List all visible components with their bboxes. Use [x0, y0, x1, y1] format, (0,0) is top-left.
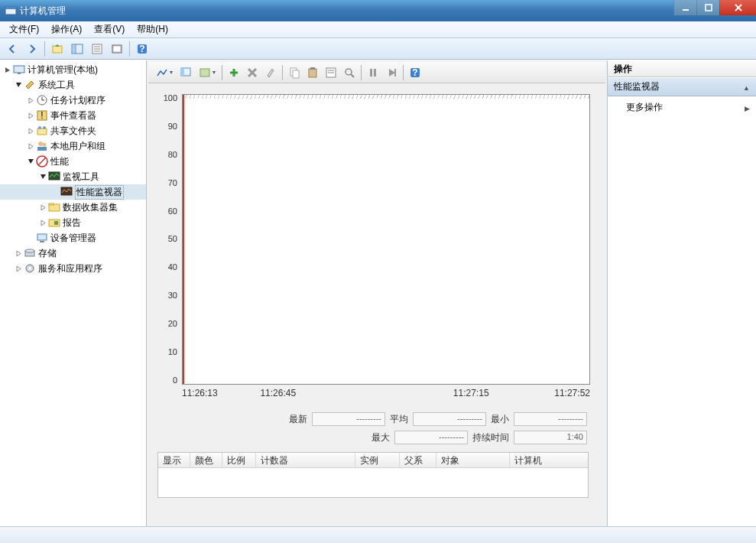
export-button[interactable] — [108, 41, 126, 57]
expand-icon[interactable] — [38, 203, 47, 212]
tree-reports[interactable]: 报告 — [0, 215, 146, 230]
tree-pane[interactable]: 计算机管理(本地) 系统工具 任务计划程序 ! 事件查看器 共享文件夹 — [0, 60, 147, 526]
leaf-icon — [26, 233, 35, 242]
tree-shared[interactable]: 共享文件夹 — [0, 123, 146, 138]
highlight-button[interactable] — [262, 64, 279, 81]
maximize-button[interactable] — [696, 0, 719, 15]
help-button[interactable]: ? — [133, 41, 151, 57]
chart-area: 100 90 80 70 60 50 40 30 20 10 0 — [148, 86, 605, 525]
svg-rect-54 — [309, 69, 316, 77]
add-counter-button[interactable] — [226, 64, 242, 81]
col-computer[interactable]: 计算机 — [510, 453, 588, 467]
tree-systools[interactable]: 系统工具 — [0, 77, 146, 93]
toolbar-separator — [403, 65, 404, 80]
center-pane: ? 100 90 80 70 60 50 40 30 20 10 0 — [147, 60, 607, 526]
tree-localusers[interactable]: 本地用户和组 — [0, 138, 146, 154]
col-color[interactable]: 颜色 — [190, 453, 222, 467]
services-icon — [24, 262, 36, 275]
max-field: --------- — [394, 431, 468, 444]
chevron-right-icon — [745, 102, 750, 113]
expand-icon[interactable] — [14, 264, 23, 273]
chart-top-hatch — [183, 94, 589, 99]
close-button[interactable] — [719, 0, 756, 15]
menu-action[interactable]: 操作(A) — [45, 21, 88, 37]
graph-type-button[interactable] — [196, 64, 219, 81]
up-button[interactable] — [48, 41, 67, 57]
counter-list[interactable]: 显示 颜色 比例 计数器 实例 父系 对象 计算机 — [157, 452, 589, 498]
expand-icon[interactable] — [38, 218, 47, 227]
delete-counter-button[interactable] — [244, 64, 261, 81]
action-more[interactable]: 更多操作 — [608, 96, 756, 119]
tree-storage[interactable]: 存储 — [0, 245, 146, 261]
tree-montools[interactable]: 监视工具 — [0, 169, 146, 184]
view-type-button[interactable] — [153, 64, 176, 81]
col-scale[interactable]: 比例 — [222, 453, 256, 467]
svg-point-59 — [346, 69, 352, 75]
action-section[interactable]: 性能监视器 — [608, 77, 756, 96]
toolbar-separator — [129, 41, 130, 57]
svg-text:?: ? — [412, 67, 417, 78]
expand-icon[interactable] — [26, 111, 35, 120]
svg-rect-25 — [37, 128, 47, 135]
menubar: 文件(F) 操作(A) 查看(V) 帮助(H) — [0, 21, 756, 38]
col-show[interactable]: 显示 — [158, 453, 190, 467]
tree-services[interactable]: 服务和应用程序 — [0, 261, 146, 276]
event-icon: ! — [36, 109, 48, 122]
svg-rect-15 — [114, 47, 120, 51]
svg-rect-9 — [73, 45, 75, 53]
tools-icon — [24, 79, 36, 91]
svg-rect-38 — [54, 221, 58, 225]
expand-icon[interactable] — [26, 141, 35, 151]
expand-icon[interactable] — [14, 249, 23, 258]
tree-tasksched[interactable]: 任务计划程序 — [0, 93, 146, 108]
col-counter[interactable]: 计数器 — [256, 453, 355, 467]
expand-icon[interactable] — [26, 96, 35, 105]
col-parent[interactable]: 父系 — [400, 453, 436, 467]
svg-rect-18 — [14, 66, 24, 73]
col-instance[interactable]: 实例 — [355, 453, 400, 467]
tree-devmgr[interactable]: 设备管理器 — [0, 230, 146, 245]
copy-button[interactable] — [286, 64, 303, 81]
perf-icon — [36, 155, 48, 167]
tree-datacollect[interactable]: 数据收集器集 — [0, 200, 146, 215]
back-button[interactable] — [3, 41, 21, 57]
svg-rect-53 — [293, 70, 299, 78]
users-icon — [36, 140, 48, 152]
collapse-icon[interactable] — [38, 172, 47, 181]
expand-icon[interactable] — [26, 126, 35, 135]
zoom-button[interactable] — [341, 64, 358, 81]
action-pane: 操作 性能监视器 更多操作 — [607, 60, 756, 526]
minimize-button[interactable] — [673, 0, 696, 15]
properties-button[interactable] — [323, 64, 339, 81]
tree-eventvwr[interactable]: ! 事件查看器 — [0, 108, 146, 123]
update-button[interactable] — [383, 64, 400, 81]
svg-rect-39 — [37, 234, 47, 240]
paste-button[interactable] — [304, 64, 321, 81]
expand-icon[interactable] — [3, 65, 12, 74]
latest-label: 最新 — [289, 413, 307, 426]
forward-button[interactable] — [23, 41, 41, 57]
collapse-icon[interactable] — [14, 80, 23, 89]
freeze-button[interactable] — [365, 64, 381, 81]
chart-plot[interactable] — [182, 94, 590, 385]
collapse-icon[interactable] — [26, 157, 35, 166]
tree-perf[interactable]: 性能 — [0, 154, 146, 169]
col-object[interactable]: 对象 — [436, 453, 510, 467]
tree-perfmon[interactable]: 性能监视器 — [0, 184, 146, 200]
x-axis: 11:26:13 11:26:45 11:27:15 11:27:52 — [182, 388, 590, 398]
action-header: 操作 — [608, 60, 756, 77]
menu-view[interactable]: 查看(V) — [88, 21, 131, 37]
max-label: 最大 — [372, 431, 390, 444]
display-button[interactable] — [177, 64, 194, 81]
svg-rect-1 — [5, 7, 16, 9]
help-button[interactable]: ? — [407, 64, 423, 81]
svg-rect-47 — [200, 69, 209, 76]
tree-root[interactable]: 计算机管理(本地) — [0, 62, 146, 77]
properties-button[interactable] — [88, 41, 106, 57]
show-hide-tree-button[interactable] — [68, 41, 86, 57]
menu-file[interactable]: 文件(F) — [3, 21, 45, 37]
min-field: --------- — [514, 412, 587, 426]
leaf-icon — [50, 187, 60, 197]
menu-help[interactable]: 帮助(H) — [131, 21, 174, 37]
folder-icon — [48, 201, 60, 213]
